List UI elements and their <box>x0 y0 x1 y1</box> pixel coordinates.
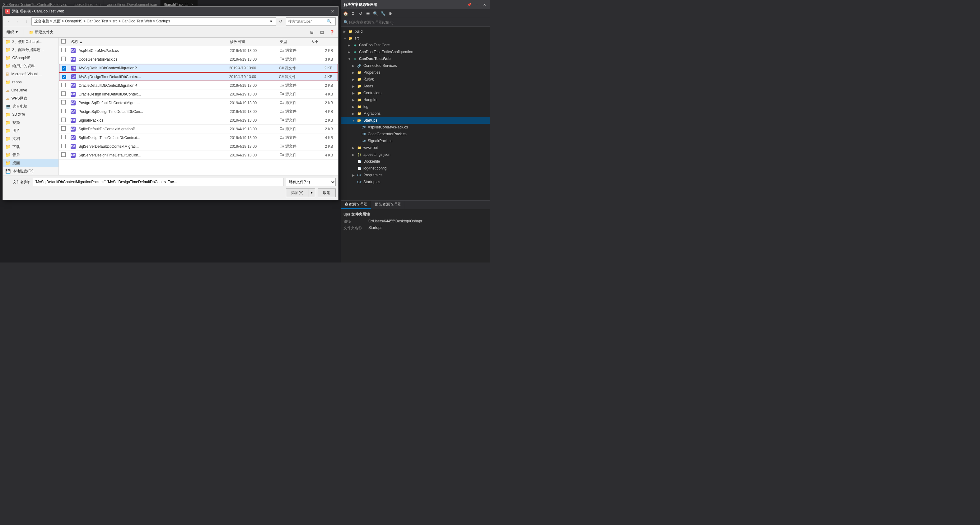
row-checkbox[interactable] <box>61 48 71 53</box>
tree-node-web[interactable]: ▼ ◈ CanDoo.Test.Web <box>341 56 490 62</box>
checkbox[interactable] <box>61 153 66 157</box>
tab-solution-explorer[interactable]: 案资源管理器 <box>341 200 371 209</box>
file-row[interactable]: C# OracleDefaultDbContextMigrationP... 2… <box>59 81 338 90</box>
tree-node-code-gen-pack[interactable]: ▶ C# CodeGeneratorPack.cs <box>341 130 490 137</box>
sidebar-item-2[interactable]: 📁 2、使用Osharpl... <box>3 38 59 46</box>
row-checkbox[interactable] <box>61 144 71 149</box>
tree-node-aspnet-mvc-pack[interactable]: ▶ C# AspNetCoreMvcPack.cs <box>341 124 490 130</box>
solution-search-input[interactable] <box>348 20 487 25</box>
sidebar-item-onedrive[interactable]: ☁ OneDrive <box>3 86 59 94</box>
sidebar-item-this-pc[interactable]: 💻 这台电脑 <box>3 102 59 110</box>
tree-node-wwwroot[interactable]: ▶ 📁 wwwroot <box>341 144 490 151</box>
file-row-mysql-design[interactable]: ✓ C# MySqlDesignTimeDefaultDbContex... 2… <box>59 72 338 81</box>
file-row[interactable]: C# SqliteDesignTimeDefaultDbContext... 2… <box>59 134 338 142</box>
file-row[interactable]: C# SignalrPack.cs 2019/4/19 13:00 C# 源文件… <box>59 116 338 125</box>
nav-up-button[interactable]: ↑ <box>23 18 30 25</box>
sidebar-item-desktop[interactable]: 📁 桌面 <box>3 159 59 167</box>
tree-node-connected-services[interactable]: ▶ 🔗 Connected Services <box>341 62 490 69</box>
nav-back-button[interactable]: ‹ <box>5 18 13 25</box>
row-checkbox[interactable]: ✓ <box>62 65 71 71</box>
sidebar-item-repos[interactable]: 📁 repos <box>3 78 59 86</box>
sol-wrench-btn[interactable]: 🔧 <box>380 10 387 17</box>
checkbox[interactable] <box>61 83 66 87</box>
tree-node-log[interactable]: ▶ 📁 log <box>341 103 490 110</box>
checkbox[interactable] <box>61 126 66 130</box>
tree-node-hangfire[interactable]: ▶ 📁 Hangfire <box>341 96 490 103</box>
sidebar-item-visual[interactable]: 🖥 Microsoft Visual ... <box>3 70 59 78</box>
checkbox[interactable]: ✓ <box>62 66 66 71</box>
row-checkbox[interactable] <box>61 83 71 88</box>
tree-node-core[interactable]: ▶ ◈ CanDoo.Test.Core <box>341 42 490 49</box>
sidebar-item-pictures[interactable]: 📁 图片 <box>3 127 59 135</box>
row-checkbox[interactable] <box>61 153 71 158</box>
file-row[interactable]: C# OracleDesignTimeDefaultDbContex... 20… <box>59 90 338 99</box>
tree-node-program[interactable]: ▶ C# Program.cs <box>341 172 490 178</box>
type-column-header[interactable]: 类型 <box>280 39 311 45</box>
filename-input[interactable] <box>33 178 283 186</box>
tree-node-startups[interactable]: ▼ 📂 Startups <box>341 117 490 124</box>
checkbox[interactable] <box>61 48 66 52</box>
file-row[interactable]: C# AspNetCoreMvcPack.cs 2019/4/19 13:00 … <box>59 46 338 55</box>
nav-forward-button[interactable]: › <box>14 18 21 25</box>
sidebar-item-osharpns[interactable]: 📁 OSharpNS <box>3 54 59 62</box>
solution-search-bar[interactable]: 🔍 <box>341 18 490 27</box>
sol-settings-btn[interactable]: ⚙ <box>350 10 356 17</box>
checkbox[interactable] <box>61 109 66 113</box>
file-row[interactable]: C# SqlServerDesignTimeDefaultDbCon... 20… <box>59 151 338 159</box>
tree-node-migrations[interactable]: ▶ 📁 Migrations <box>341 110 490 117</box>
sol-gear-btn[interactable]: ⚙ <box>387 10 394 17</box>
row-checkbox[interactable] <box>61 126 71 132</box>
sol-refresh-btn[interactable]: ↺ <box>357 10 364 17</box>
row-checkbox[interactable] <box>61 100 71 105</box>
row-checkbox[interactable] <box>61 57 71 62</box>
file-row[interactable]: C# SqliteDefaultDbContextMigrationP... 2… <box>59 125 338 134</box>
date-column-header[interactable]: 修改日期 <box>230 39 280 45</box>
breadcrumb-dropdown[interactable]: ▼ <box>269 19 273 24</box>
organize-button[interactable]: 组织 ▼ <box>5 29 20 35</box>
tree-node-signalr-pack[interactable]: ▶ C# SignalrPack.cs <box>341 137 490 144</box>
panel-close-btn[interactable]: ✕ <box>481 2 487 8</box>
sidebar-item-wps[interactable]: ☁ WPS网盘 <box>3 94 59 102</box>
sidebar-item-c-drive[interactable]: 💾 本地磁盘(C:) <box>3 167 59 175</box>
new-folder-button[interactable]: 📁 新建文件夹 <box>28 29 55 35</box>
checkbox[interactable] <box>61 135 66 139</box>
sidebar-item-downloads[interactable]: 📁 下载 <box>3 143 59 151</box>
sidebar-item-user-data[interactable]: 📁 给用户的资料 <box>3 62 59 70</box>
search-input[interactable] <box>288 19 325 24</box>
tree-node-appsettings-json[interactable]: ▶ { } appsettings.json <box>341 151 490 158</box>
sidebar-item-video[interactable]: 📁 视频 <box>3 118 59 127</box>
help-button[interactable]: ❓ <box>328 29 336 36</box>
sol-search-btn[interactable]: 🔍 <box>372 10 379 17</box>
checkbox[interactable] <box>61 91 66 96</box>
checkbox[interactable] <box>61 57 66 61</box>
row-checkbox[interactable] <box>61 109 71 114</box>
row-checkbox[interactable] <box>61 118 71 123</box>
row-checkbox[interactable] <box>61 135 71 140</box>
select-all-checkbox[interactable] <box>61 39 66 43</box>
name-column-header[interactable]: 名称 ▲ <box>71 39 230 45</box>
nav-refresh-button[interactable]: ↺ <box>277 18 285 25</box>
filetype-select[interactable]: 所有文件(*.*) <box>286 178 336 186</box>
sol-home-btn[interactable]: 🏠 <box>342 10 349 17</box>
tree-node-log4net[interactable]: ▶ 📄 log4net.config <box>341 165 490 172</box>
panel-pin-btn[interactable]: 📌 <box>466 2 473 8</box>
add-dropdown-button[interactable]: ▼ <box>309 188 315 197</box>
tree-node-dependencies[interactable]: ▶ 📁 依赖项 <box>341 76 490 83</box>
tab-team-explorer[interactable]: 团队资源管理器 <box>371 200 405 209</box>
sidebar-item-docs[interactable]: 📁 文档 <box>3 135 59 143</box>
row-checkbox[interactable]: ✓ <box>62 74 71 79</box>
checkbox[interactable] <box>61 118 66 122</box>
sidebar-item-3[interactable]: 📁 3、配置数据库连... <box>3 46 59 54</box>
file-row[interactable]: C# PostgreSqlDesignTimeDefaultDbCon... 2… <box>59 107 338 116</box>
size-column-header[interactable]: 大小 <box>311 39 336 45</box>
file-row-mysql-default[interactable]: ✓ C# MySqlDefaultDbContextMigrationP... … <box>59 64 338 72</box>
sidebar-item-music[interactable]: 📁 音乐 <box>3 151 59 159</box>
tree-node-entityconfig[interactable]: ▶ ◈ CanDoo.Test.EntityConfiguration <box>341 49 490 56</box>
tree-node-areas[interactable]: ▶ 📁 Areas <box>341 83 490 89</box>
view-grid-button[interactable]: ⊞ <box>308 29 316 36</box>
file-row[interactable]: C# PostgreSqlDefaultDbContextMigrat... 2… <box>59 99 338 107</box>
tree-node-dockerfile[interactable]: ▶ 📄 Dockerfile <box>341 158 490 165</box>
dialog-close-button[interactable]: ✕ <box>329 8 336 14</box>
checkbox[interactable] <box>61 100 66 105</box>
tree-node-build[interactable]: ▶ 📁 build <box>341 28 490 35</box>
